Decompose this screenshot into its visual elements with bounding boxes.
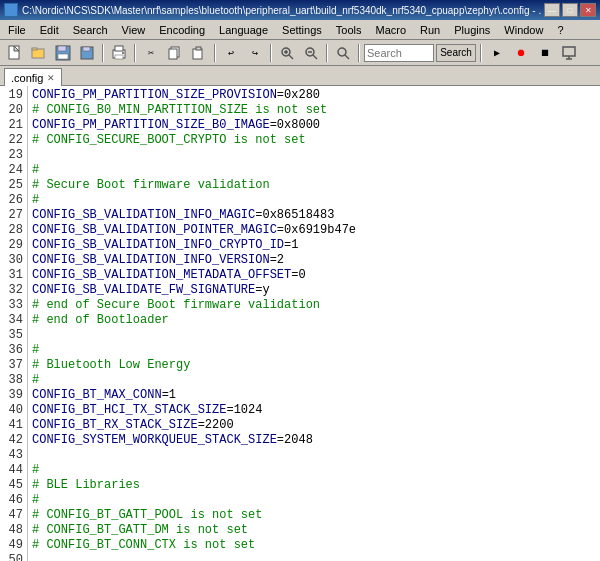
minimize-button[interactable]: — [544,3,560,17]
code-line: CONFIG_SB_VALIDATION_INFO_VERSION=2 [32,253,596,268]
line-number: 22 [4,133,23,148]
code-line: CONFIG_SB_VALIDATION_INFO_CRYPTO_ID=1 [32,238,596,253]
code-line: CONFIG_SB_VALIDATE_FW_SIGNATURE=y [32,283,596,298]
menu-plugins[interactable]: Plugins [448,22,496,38]
svg-point-25 [338,48,346,56]
zoom-in-button[interactable] [276,43,298,63]
save-all-button[interactable] [76,43,98,63]
code-line [32,328,596,343]
code-line: # CONFIG_B0_MIN_PARTITION_SIZE is not se… [32,103,596,118]
line-number: 32 [4,283,23,298]
zoom-out-button[interactable] [300,43,322,63]
redo-button[interactable]: ↪ [244,43,266,63]
code-line: # [32,493,596,508]
find-button[interactable] [332,43,354,63]
tab-close-button[interactable]: ✕ [47,73,55,83]
separator-3 [214,44,216,62]
monitor-button[interactable] [558,43,580,63]
code-line: CONFIG_SB_VALIDATION_POINTER_MAGIC=0x691… [32,223,596,238]
menu-help[interactable]: ? [551,22,569,38]
code-line [32,553,596,561]
line-number: 20 [4,103,23,118]
paste-button[interactable] [188,43,210,63]
copy-button[interactable] [164,43,186,63]
maximize-button[interactable]: □ [562,3,578,17]
code-line: CONFIG_SB_VALIDATION_INFO_MAGIC=0x865184… [32,208,596,223]
svg-rect-17 [196,47,201,50]
menu-encoding[interactable]: Encoding [153,22,211,38]
close-button[interactable]: ✕ [580,3,596,17]
menu-macro[interactable]: Macro [369,22,412,38]
code-line: CONFIG_PM_PARTITION_SIZE_B0_IMAGE=0x8000 [32,118,596,133]
menu-file[interactable]: File [2,22,32,38]
menu-window[interactable]: Window [498,22,549,38]
svg-rect-12 [115,55,123,59]
run-button[interactable]: ▶ [486,43,508,63]
tab-config[interactable]: .config ✕ [4,68,62,86]
line-number: 49 [4,538,23,553]
code-line: # end of Bootloader [32,313,596,328]
menu-settings[interactable]: Settings [276,22,328,38]
save-button[interactable] [52,43,74,63]
code-line: # CONFIG_BT_GATT_POOL is not set [32,508,596,523]
search-area: Search [364,44,476,62]
menu-language[interactable]: Language [213,22,274,38]
menu-bar: File Edit Search View Encoding Language … [0,20,600,40]
code-line: # end of Secure Boot firmware validation [32,298,596,313]
menu-edit[interactable]: Edit [34,22,65,38]
code-line: CONFIG_BT_MAX_CONN=1 [32,388,596,403]
separator-2 [134,44,136,62]
line-number: 36 [4,343,23,358]
record-button[interactable]: ⏺ [510,43,532,63]
code-line [32,448,596,463]
code-line: CONFIG_SYSTEM_WORKQUEUE_STACK_SIZE=2048 [32,433,596,448]
cut-button[interactable]: ✂ [140,43,162,63]
separator-6 [358,44,360,62]
line-number: 26 [4,193,23,208]
menu-tools[interactable]: Tools [330,22,368,38]
svg-line-19 [289,55,293,59]
line-number: 44 [4,463,23,478]
line-number: 19 [4,88,23,103]
code-line: # [32,163,596,178]
separator-4 [270,44,272,62]
code-content[interactable]: CONFIG_PM_PARTITION_SIZE_PROVISION=0x280… [28,86,600,561]
line-number: 21 [4,118,23,133]
separator-1 [102,44,104,62]
app-icon [4,3,18,17]
menu-view[interactable]: View [116,22,152,38]
print-button[interactable] [108,43,130,63]
undo-button[interactable]: ↩ [220,43,242,63]
search-button[interactable]: Search [436,44,476,62]
open-button[interactable] [28,43,50,63]
svg-point-13 [122,52,124,54]
svg-rect-15 [169,49,177,59]
new-button[interactable] [4,43,26,63]
line-number: 50 [4,553,23,561]
menu-run[interactable]: Run [414,22,446,38]
code-line: CONFIG_PM_PARTITION_SIZE_PROVISION=0x280 [32,88,596,103]
line-number: 43 [4,448,23,463]
line-number: 30 [4,253,23,268]
code-line: # CONFIG_BT_GATT_DM is not set [32,523,596,538]
line-number: 46 [4,493,23,508]
line-number: 34 [4,313,23,328]
toolbar: ✂ ↩ ↪ Search ▶ ⏺ ⏹ [0,40,600,66]
code-line: CONFIG_SB_VALIDATION_METADATA_OFFSET=0 [32,268,596,283]
search-input[interactable] [364,44,434,62]
menu-search[interactable]: Search [67,22,114,38]
editor-area: 1920212223242526272829303132333435363738… [0,86,600,561]
line-number: 31 [4,268,23,283]
window-controls[interactable]: — □ ✕ [544,3,596,17]
line-number: 35 [4,328,23,343]
separator-5 [326,44,328,62]
stop-button[interactable]: ⏹ [534,43,556,63]
line-number: 42 [4,433,23,448]
line-number: 45 [4,478,23,493]
line-number: 47 [4,508,23,523]
svg-rect-11 [115,46,123,51]
code-line: # Bluetooth Low Energy [32,358,596,373]
svg-rect-7 [58,54,68,59]
svg-rect-9 [83,47,90,51]
code-line: # [32,373,596,388]
